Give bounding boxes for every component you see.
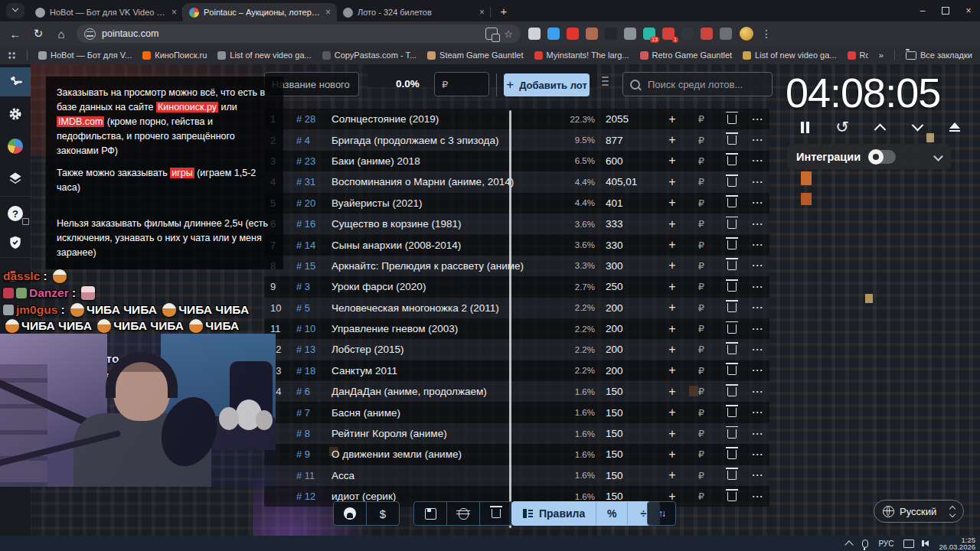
lot-menu-button[interactable]: ···: [746, 429, 769, 439]
lot-amount-input[interactable]: 405,01: [595, 176, 659, 187]
home-button[interactable]: ⌂: [54, 28, 69, 41]
extension-icon[interactable]: [624, 28, 636, 40]
bookmark-item[interactable]: HoBot — Бот для V...: [38, 51, 132, 60]
lot-add-button[interactable]: +: [659, 427, 685, 441]
lot-currency-input[interactable]: ₽: [685, 218, 717, 230]
extension-icon[interactable]: [720, 28, 732, 40]
tab-close-button[interactable]: ×: [172, 7, 177, 18]
lot-amount-input[interactable]: 250: [595, 281, 659, 292]
lot-title-input[interactable]: Аркнайтс: Прелюдия к рассвету (аниме): [332, 260, 554, 272]
taskbar-clock[interactable]: 1:25 26.03.2026: [939, 536, 975, 551]
lot-title-input[interactable]: Управление гневом (2003): [332, 323, 554, 334]
integrations-toggle[interactable]: [868, 150, 896, 164]
extension-icon[interactable]: [528, 28, 541, 40]
lot-amount-input[interactable]: 401: [595, 197, 659, 209]
donate-button[interactable]: $: [367, 502, 399, 525]
lot-search[interactable]: [622, 72, 773, 96]
lot-delete-button[interactable]: [717, 261, 746, 270]
lot-amount-input[interactable]: 150: [595, 470, 659, 481]
extension-icon[interactable]: [681, 28, 694, 40]
lot-currency-input[interactable]: ₽: [685, 155, 717, 167]
browser-menu-button[interactable]: ⋮: [761, 28, 772, 40]
language-selector[interactable]: Русский: [874, 500, 964, 523]
lot-amount-input[interactable]: 150: [595, 448, 659, 460]
lot-currency-input[interactable]: ₽: [685, 491, 717, 502]
lot-menu-button[interactable]: ···: [746, 155, 769, 166]
extension-icon[interactable]: 1: [662, 28, 675, 40]
lot-add-button[interactable]: +: [659, 448, 685, 461]
lot-title-input[interactable]: Рейтинг Короля (аниме): [332, 428, 554, 439]
lot-title-input[interactable]: Сыны анархии (2008-2014): [332, 240, 554, 251]
clear-lots-button[interactable]: [480, 502, 512, 525]
lot-delete-button[interactable]: [717, 115, 746, 124]
lot-menu-button[interactable]: ···: [746, 135, 769, 145]
chevron-down-icon[interactable]: [933, 152, 943, 161]
browser-tab[interactable]: HoBot — Бот для VK Video Live×: [29, 3, 183, 21]
lot-delete-button[interactable]: [717, 492, 746, 501]
lot-delete-button[interactable]: [717, 156, 746, 165]
lot-currency-input[interactable]: ₽: [685, 135, 717, 146]
lot-menu-button[interactable]: ···: [746, 365, 769, 376]
lot-amount-input[interactable]: 150: [595, 491, 659, 502]
timer-restart-button[interactable]: ↺: [834, 119, 851, 135]
lot-add-button[interactable]: +: [659, 217, 685, 231]
new-tab-button[interactable]: +: [495, 2, 512, 19]
lot-currency-input[interactable]: ₽: [685, 386, 717, 397]
lot-currency-input[interactable]: ₽: [685, 281, 717, 292]
lot-title-input[interactable]: Бригада (продолжаем с 3 эпизода): [332, 135, 554, 146]
panel-resize-handle[interactable]: [602, 77, 609, 86]
bookmark-item[interactable]: Myinstants! The larg...: [534, 51, 629, 60]
add-lot-button[interactable]: + Добавить лот: [504, 73, 590, 96]
lot-menu-button[interactable]: ···: [746, 177, 769, 187]
lot-add-button[interactable]: +: [659, 322, 685, 336]
lot-amount-input[interactable]: 200: [595, 365, 659, 377]
lot-title-input[interactable]: Солнцестояние (2019): [332, 113, 554, 125]
lot-delete-button[interactable]: [717, 387, 746, 396]
sidebar-item-shield[interactable]: [0, 228, 31, 257]
lot-menu-button[interactable]: ···: [746, 407, 769, 418]
sidebar-item-help[interactable]: ?: [0, 199, 31, 228]
speaker-icon[interactable]: [924, 540, 929, 546]
lot-currency-input[interactable]: ₽: [685, 470, 717, 481]
bookmark-item[interactable]: Retro Game Gauntlet: [640, 51, 733, 60]
extension-icon[interactable]: [547, 28, 560, 40]
lot-amount-input[interactable]: 150: [595, 407, 659, 419]
lot-amount-input[interactable]: 200: [595, 344, 659, 355]
lot-title-input[interactable]: Уроки фарси (2020): [332, 281, 554, 292]
lot-delete-button[interactable]: [717, 178, 746, 187]
lot-menu-button[interactable]: ···: [746, 114, 769, 125]
bookmarks-overflow-button[interactable]: »: [879, 51, 884, 60]
lot-currency-input[interactable]: ₽: [685, 448, 717, 460]
reload-button[interactable]: ↻: [31, 27, 46, 41]
tab-close-button[interactable]: ×: [479, 7, 485, 18]
extension-icon[interactable]: [567, 28, 579, 40]
lot-amount-input[interactable]: 330: [595, 240, 659, 251]
lot-add-button[interactable]: +: [659, 343, 685, 357]
lot-currency-input[interactable]: ₽: [685, 323, 717, 334]
lot-menu-button[interactable]: ···: [746, 324, 769, 334]
extension-icon[interactable]: [605, 28, 617, 40]
timer-increase-button[interactable]: [871, 119, 888, 135]
sidebar-item-wheel[interactable]: [0, 132, 31, 161]
translate-icon[interactable]: [485, 28, 498, 40]
lot-title-input[interactable]: Баки (аниме) 2018: [332, 155, 554, 167]
microphone-icon[interactable]: [862, 540, 868, 548]
lot-amount-input[interactable]: 200: [595, 302, 659, 314]
lot-menu-button[interactable]: ···: [746, 470, 769, 481]
lot-delete-button[interactable]: [717, 366, 746, 375]
lot-title-input[interactable]: О движении земли (аниме): [332, 448, 554, 460]
lot-add-button[interactable]: +: [659, 406, 685, 419]
lot-currency-input[interactable]: ₽: [685, 260, 717, 272]
lots-scrollbar[interactable]: [509, 110, 511, 528]
lot-currency-input[interactable]: ₽: [685, 240, 717, 251]
lot-delete-button[interactable]: [717, 220, 746, 229]
lot-delete-button[interactable]: [717, 471, 746, 480]
lot-add-button[interactable]: +: [659, 280, 685, 294]
browser-tab[interactable]: Pointauc – Аукционы, лотереи×: [183, 3, 337, 21]
lot-amount-input[interactable]: 877: [595, 135, 659, 146]
lot-amount-input[interactable]: 200: [595, 323, 659, 334]
bookmark-item[interactable]: КиноПоиск.ru: [142, 51, 207, 60]
lot-menu-button[interactable]: ···: [746, 260, 769, 271]
lot-amount-input[interactable]: 333: [595, 218, 659, 230]
lot-menu-button[interactable]: ···: [746, 386, 769, 397]
